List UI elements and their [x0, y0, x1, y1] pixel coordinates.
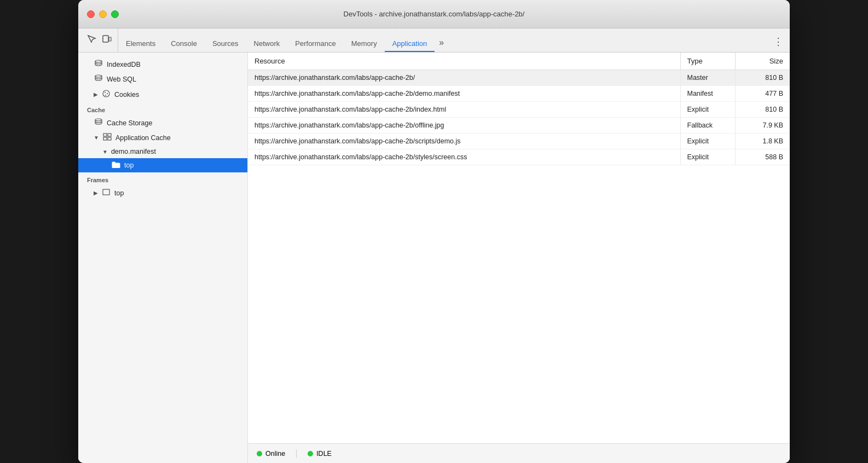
tab-memory[interactable]: Memory: [344, 36, 385, 52]
sidebar-section-cache: Cache: [78, 102, 247, 115]
size-cell: 477 B: [735, 86, 790, 102]
sidebar-item-label: IndexedDB: [107, 61, 141, 68]
title-bar: DevTools - archive.jonathanstark.com/lab…: [78, 0, 790, 28]
expand-arrow-icon-3: ▼: [102, 149, 108, 155]
sidebar-item-label: Cookies: [114, 91, 139, 99]
col-header-type: Type: [680, 53, 735, 70]
resource-data-table: Resource Type Size https://archive.jonat…: [248, 53, 790, 165]
sidebar: IndexedDB Web SQL ▶ Cookies Cache: [78, 53, 248, 463]
size-cell: 588 B: [735, 149, 790, 165]
cookie-icon: [101, 89, 111, 100]
table-row[interactable]: https://archive.jonathanstark.com/labs/a…: [248, 118, 790, 134]
tab-sources[interactable]: Sources: [205, 36, 246, 52]
sidebar-item-label: Web SQL: [107, 76, 136, 83]
type-cell: Explicit: [680, 149, 735, 165]
devtools-window: DevTools - archive.jonathanstark.com/lab…: [78, 0, 790, 463]
expand-arrow-icon-4: ▶: [94, 190, 98, 196]
idle-label: IDLE: [316, 450, 332, 458]
sidebar-item-label: top: [114, 189, 124, 197]
tab-bar-icons: [80, 28, 118, 52]
table-row[interactable]: https://archive.jonathanstark.com/labs/a…: [248, 102, 790, 118]
sidebar-item-websql[interactable]: Web SQL: [78, 72, 247, 86]
idle-indicator: IDLE: [308, 450, 332, 458]
svg-point-5: [105, 92, 106, 93]
svg-rect-11: [103, 137, 107, 140]
online-indicator: Online: [257, 450, 285, 458]
col-header-size: Size: [735, 53, 790, 70]
db-icon-2: [94, 74, 103, 84]
type-cell: Explicit: [680, 102, 735, 118]
sidebar-item-cache-storage[interactable]: Cache Storage: [78, 115, 247, 130]
main-content: IndexedDB Web SQL ▶ Cookies Cache: [78, 53, 790, 463]
svg-point-8: [95, 119, 102, 121]
resource-cell: https://archive.jonathanstark.com/labs/a…: [248, 134, 680, 149]
svg-rect-1: [109, 37, 111, 41]
sidebar-item-label: top: [124, 161, 134, 169]
svg-point-4: [103, 90, 109, 97]
svg-point-3: [95, 75, 102, 77]
svg-rect-0: [103, 36, 108, 42]
sidebar-item-cookies[interactable]: ▶ Cookies: [78, 86, 247, 102]
more-tabs-button[interactable]: »: [435, 38, 448, 52]
window-title: DevTools - archive.jonathanstark.com/lab…: [344, 10, 525, 18]
sidebar-section-frames: Frames: [78, 172, 247, 186]
db-icon: [94, 60, 103, 69]
type-cell: Manifest: [680, 86, 735, 102]
resource-table: Resource Type Size https://archive.jonat…: [248, 53, 790, 443]
minimize-button[interactable]: [99, 10, 107, 18]
maximize-button[interactable]: [111, 10, 119, 18]
status-divider: [296, 449, 297, 458]
svg-rect-13: [103, 189, 109, 195]
svg-rect-12: [108, 137, 111, 140]
sidebar-item-top[interactable]: top: [78, 158, 247, 172]
idle-dot: [308, 451, 313, 456]
sidebar-item-label: demo.manifest: [111, 148, 156, 155]
sidebar-item-frames-top[interactable]: ▶ top: [78, 186, 247, 200]
svg-point-7: [105, 95, 106, 96]
tab-console[interactable]: Console: [163, 36, 205, 52]
tab-performance[interactable]: Performance: [287, 36, 343, 52]
table-row[interactable]: https://archive.jonathanstark.com/labs/a…: [248, 70, 790, 86]
table-row[interactable]: https://archive.jonathanstark.com/labs/a…: [248, 134, 790, 149]
right-panel: Resource Type Size https://archive.jonat…: [248, 53, 790, 463]
resource-cell: https://archive.jonathanstark.com/labs/a…: [248, 70, 680, 86]
online-label: Online: [265, 450, 285, 458]
tab-network[interactable]: Network: [246, 36, 288, 52]
frame-icon: [101, 188, 111, 198]
sidebar-item-indexeddb[interactable]: IndexedDB: [78, 57, 247, 72]
table-row[interactable]: https://archive.jonathanstark.com/labs/a…: [248, 86, 790, 102]
tab-bar: Elements Console Sources Network Perform…: [78, 28, 790, 53]
size-cell: 810 B: [735, 102, 790, 118]
sidebar-item-label: Application Cache: [115, 134, 171, 142]
status-bar: Online IDLE: [248, 443, 790, 463]
resource-cell: https://archive.jonathanstark.com/labs/a…: [248, 86, 680, 102]
svg-point-2: [95, 60, 102, 62]
expand-arrow-icon: ▶: [94, 91, 98, 97]
tab-application[interactable]: Application: [385, 36, 435, 52]
sidebar-item-application-cache[interactable]: ▼ Application Cache: [78, 130, 247, 145]
expand-arrow-icon-2: ▼: [94, 135, 99, 141]
resource-cell: https://archive.jonathanstark.com/labs/a…: [248, 102, 680, 118]
devtools-menu-button[interactable]: ⋮: [769, 36, 788, 52]
size-cell: 810 B: [735, 70, 790, 86]
col-header-resource: Resource: [248, 53, 680, 70]
close-button[interactable]: [87, 10, 95, 18]
type-cell: Fallback: [680, 118, 735, 134]
resource-cell: https://archive.jonathanstark.com/labs/a…: [248, 118, 680, 134]
type-cell: Master: [680, 70, 735, 86]
svg-rect-9: [103, 134, 107, 136]
size-cell: 1.8 KB: [735, 134, 790, 149]
online-dot: [257, 451, 262, 456]
inspect-icon[interactable]: [85, 32, 98, 45]
type-cell: Explicit: [680, 134, 735, 149]
size-cell: 7.9 KB: [735, 118, 790, 134]
tab-elements[interactable]: Elements: [118, 36, 163, 52]
svg-rect-10: [108, 134, 111, 136]
device-toggle-icon[interactable]: [100, 32, 113, 45]
sidebar-item-demo-manifest[interactable]: ▼ demo.manifest: [78, 145, 247, 158]
folder-icon: [111, 161, 121, 170]
table-row[interactable]: https://archive.jonathanstark.com/labs/a…: [248, 149, 790, 165]
sidebar-item-label: Cache Storage: [107, 119, 152, 127]
resource-cell: https://archive.jonathanstark.com/labs/a…: [248, 149, 680, 165]
db-icon-3: [94, 118, 103, 128]
